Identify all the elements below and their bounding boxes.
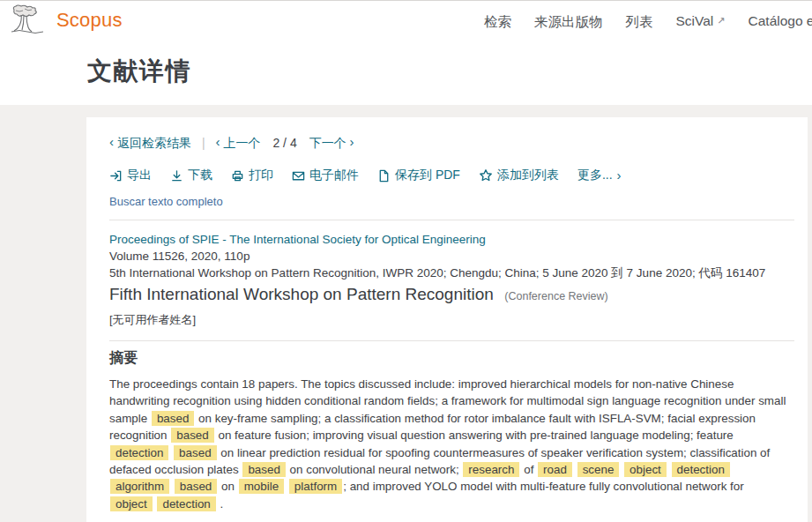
tool-label: 添加到列表 <box>497 168 559 183</box>
download-icon <box>170 169 183 183</box>
document-detail-card: ‹ 返回检索结果 | ‹ 上一个 2 / 4 下一个 › 导出下载打印电子邮件保… <box>86 117 808 522</box>
nav-item-scival[interactable]: SciVal↗ <box>676 13 726 32</box>
highlighted-term: detection <box>672 462 730 477</box>
nav-item-label: 检索 <box>484 14 511 29</box>
highlighted-term: detection <box>110 445 168 460</box>
separator: | <box>202 136 205 150</box>
highlighted-term: based <box>171 428 213 443</box>
nav-item-label: 列表 <box>626 14 653 29</box>
star-button[interactable]: 添加到列表 <box>479 168 559 183</box>
highlighted-term: detection <box>157 496 215 511</box>
tool-label: 下载 <box>188 168 212 183</box>
export-icon <box>109 169 123 183</box>
chevron-right-icon: › <box>617 168 622 183</box>
nav-item-label: SciVal <box>676 13 714 28</box>
page-title: 文献详情 <box>87 54 191 89</box>
tool-label: 电子邮件 <box>309 168 359 183</box>
source-info: Proceedings of SPIE - The International … <box>109 231 794 281</box>
abstract-segment <box>153 497 157 511</box>
highlighted-term: scene <box>577 462 620 477</box>
volume-line: Volume 11526, 2020, 110p <box>109 248 794 265</box>
abstract-segment: on feature fusion; improving visual ques… <box>215 429 734 442</box>
nav-item-search[interactable]: 检索 <box>484 13 511 32</box>
highlighted-term: platform <box>289 479 342 494</box>
export-button[interactable]: 导出 <box>109 168 152 183</box>
abstract-heading: 摘要 <box>109 349 794 368</box>
abstract-segment: on convolutional neural network; <box>287 463 463 476</box>
back-to-results-link[interactable]: ‹ 返回检索结果 <box>109 135 191 152</box>
highlighted-term: mobile <box>239 479 284 494</box>
highlighted-term: based <box>152 411 194 426</box>
previous-document-link[interactable]: ‹ 上一个 <box>216 135 261 152</box>
chevron-left-icon: ‹ <box>216 134 220 149</box>
abstract-segment <box>169 446 173 459</box>
scopus-wordmark[interactable]: Scopus <box>56 9 123 32</box>
document-type-badge: (Conference Review) <box>504 290 607 302</box>
abstract-segment: ; and improved YOLO model with multi-fea… <box>343 480 744 493</box>
chevron-left-icon: ‹ <box>109 134 114 149</box>
abstract-segment <box>573 463 577 476</box>
conference-line: 5th International Workshop on Pattern Re… <box>109 265 794 281</box>
highlighted-term: based <box>242 462 285 477</box>
highlighted-term: based <box>175 479 217 494</box>
authors-note: [无可用作者姓名] <box>109 312 794 328</box>
external-link-icon: ↗ <box>717 15 725 26</box>
abstract-segment <box>667 463 671 476</box>
highlighted-term: object <box>110 496 153 511</box>
document-toolbar: 导出下载打印电子邮件保存到 PDF添加到列表更多...› <box>109 166 794 185</box>
nav-item-catalog[interactable]: Catálogo en línea <box>749 13 812 32</box>
nav-item-label: 来源出版物 <box>534 14 603 29</box>
source-title-link[interactable]: Proceedings of SPIE - The International … <box>109 231 794 248</box>
print-button[interactable]: 打印 <box>231 168 273 183</box>
nav-item-lists[interactable]: 列表 <box>626 13 653 32</box>
save-pdf-icon <box>377 169 391 183</box>
abstract-segment: of <box>520 463 537 476</box>
nav-item-sources[interactable]: 来源出版物 <box>534 13 603 32</box>
tool-label: 保存到 PDF <box>395 168 460 183</box>
star-icon <box>479 168 493 183</box>
email-icon <box>292 169 305 183</box>
abstract-segment <box>170 480 174 493</box>
abstract-segment <box>620 463 623 476</box>
app-header: Scopus 检索来源出版物列表SciVal↗Catálogo en línea… <box>0 0 812 105</box>
elsevier-tree-logo[interactable] <box>9 4 46 40</box>
highlighted-term: road <box>538 462 572 477</box>
result-position: 2 / 4 <box>272 136 296 150</box>
email-button[interactable]: 电子邮件 <box>292 168 359 183</box>
highlighted-term: object <box>624 462 667 477</box>
document-title-row: Fifth International Workshop on Pattern … <box>109 285 794 304</box>
chevron-right-icon: › <box>350 134 354 149</box>
highlighted-term: based <box>174 445 216 460</box>
highlighted-term: research <box>463 462 519 477</box>
back-to-results-label: 返回检索结果 <box>117 136 191 150</box>
document-title: Fifth International Workshop on Pattern … <box>109 285 494 303</box>
divider <box>109 220 794 220</box>
previous-label: 上一个 <box>223 136 260 150</box>
tool-label: 更多... <box>577 168 613 183</box>
download-button[interactable]: 下载 <box>170 168 212 183</box>
tool-label: 导出 <box>127 168 152 183</box>
print-icon <box>231 169 244 183</box>
highlighted-term: algorithm <box>110 479 169 494</box>
tool-label: 打印 <box>249 168 273 183</box>
next-label: 下一个 <box>309 136 346 150</box>
abstract-segment <box>285 480 288 493</box>
abstract-text: The proceedings contain 18 papers. The t… <box>109 376 790 512</box>
full-text-link[interactable]: Buscar texto completo <box>109 195 794 208</box>
save-pdf-button[interactable]: 保存到 PDF <box>377 168 460 183</box>
next-document-link[interactable]: 下一个 › <box>309 135 354 152</box>
header-nav: 检索来源出版物列表SciVal↗Catálogo en línea <box>484 13 812 32</box>
more-button[interactable]: 更多...› <box>577 168 622 183</box>
abstract-segment: on <box>218 480 237 493</box>
nav-item-label: Catálogo en línea <box>749 13 812 28</box>
abstract-segment: . <box>217 497 223 511</box>
divider <box>109 340 794 341</box>
results-nav: ‹ 返回检索结果 | ‹ 上一个 2 / 4 下一个 › <box>109 135 794 151</box>
